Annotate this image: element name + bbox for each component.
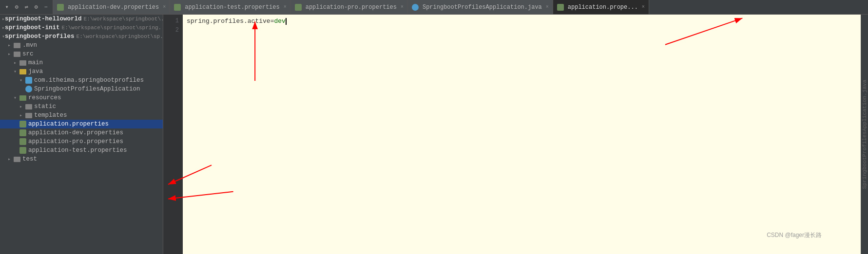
- folder-icon: [14, 43, 20, 48]
- folder-icon: [14, 52, 20, 57]
- tab-close-icon[interactable]: ×: [642, 4, 645, 10]
- project-name: springboot-init: [5, 24, 60, 31]
- props-icon: [19, 129, 26, 136]
- sidebar-item-main[interactable]: ▸ main: [0, 58, 163, 67]
- project-path: E:\workspace\springboot\spring...: [62, 25, 163, 31]
- sidebar-item-test[interactable]: ▸ test: [0, 155, 163, 163]
- gear-icon[interactable]: ⚙: [32, 3, 40, 11]
- code-editor[interactable]: spring.profiles.active=dev: [183, 15, 861, 254]
- line-numbers: 1 2: [163, 15, 183, 254]
- toolbar-icons: ▾ ⚙ ⇌ ⚙ −: [0, 0, 53, 14]
- chevron-icon: ▾: [14, 95, 19, 101]
- sidebar-item-label: main: [28, 59, 43, 66]
- tab-close-icon[interactable]: ×: [546, 4, 549, 10]
- tab-file-icon: [57, 4, 64, 11]
- right-panel: SpringbootProfilesApplication.java: [861, 15, 868, 254]
- project-path: E:\workspace\springboot\...: [84, 16, 163, 22]
- sidebar-item-src[interactable]: ▸ src: [0, 50, 163, 58]
- folder-icon: [25, 104, 32, 109]
- sidebar: ▸ springboot-helloworld E:\workspace\spr…: [0, 15, 163, 254]
- minimize-icon[interactable]: −: [42, 3, 50, 11]
- line-number: 2: [163, 26, 179, 35]
- sidebar-item-application-properties[interactable]: application.properties: [0, 120, 163, 128]
- tab-app-dev-properties[interactable]: application-dev.properties ×: [53, 0, 170, 14]
- csdn-watermark: CSDN @fager漫长路: [767, 231, 822, 239]
- sidebar-item-label: application-pro.properties: [28, 138, 123, 145]
- sidebar-item-label: test: [22, 156, 37, 163]
- chevron-icon: ▸: [8, 42, 14, 48]
- tab-file-icon: [174, 4, 181, 11]
- chevron-icon: ▾: [19, 77, 25, 83]
- tab-close-icon[interactable]: ×: [284, 4, 287, 10]
- sidebar-item-label: application-dev.properties: [28, 129, 123, 136]
- sidebar-item-mvn[interactable]: ▸ .mvn: [0, 41, 163, 50]
- sidebar-item-app-dev-properties[interactable]: application-dev.properties: [0, 128, 163, 137]
- tab-label: application.prope...: [568, 4, 638, 11]
- props-icon: [19, 121, 26, 127]
- tab-app-properties-active[interactable]: application.prope... ×: [553, 0, 649, 14]
- sidebar-item-label: src: [22, 51, 34, 57]
- editor-area: 1 2 spring.profiles.active=dev: [163, 15, 861, 254]
- sidebar-item-app-pro-properties[interactable]: application-pro.properties: [0, 137, 163, 146]
- props-icon: [19, 147, 26, 154]
- tab-app-pro-properties[interactable]: application-pro.properties ×: [291, 0, 408, 14]
- project-springboot-helloworld[interactable]: ▸ springboot-helloworld E:\workspace\spr…: [0, 15, 163, 23]
- line-number: 1: [163, 17, 179, 26]
- java-class-icon: [25, 86, 32, 92]
- chevron-icon: ▾: [14, 69, 19, 74]
- tab-label: application-dev.properties: [68, 4, 159, 11]
- sidebar-item-templates[interactable]: ▸ templates: [0, 111, 163, 120]
- sidebar-item-label: application-test.properties: [28, 147, 127, 154]
- project-tree: ▸ springboot-helloworld E:\workspace\spr…: [0, 15, 163, 163]
- sidebar-item-label: java: [28, 68, 43, 75]
- tab-close-icon[interactable]: ×: [163, 4, 166, 10]
- chevron-icon: ▸: [14, 60, 19, 66]
- tab-close-icon[interactable]: ×: [401, 4, 404, 10]
- resources-icon: [19, 95, 26, 101]
- right-panel-text: SpringbootProfilesApplication.java: [862, 80, 868, 189]
- sidebar-item-label: templates: [34, 112, 67, 119]
- project-springboot-init[interactable]: ▸ springboot-init E:\workspace\springboo…: [0, 23, 163, 32]
- tab-label: SpringbootProfilesApplication.java: [423, 4, 542, 11]
- project-name: springboot-profiles: [5, 33, 75, 40]
- sidebar-item-springbootapp[interactable]: SpringbootProfilesApplication: [0, 85, 163, 93]
- tab-file-icon: [412, 4, 419, 11]
- chevron-icon: ▸: [8, 156, 14, 162]
- tab-app-test-properties[interactable]: application-test.properties ×: [170, 0, 290, 14]
- project-path: E:\workspace\springboot\sp...: [77, 34, 163, 39]
- chevron-icon: ▸: [8, 51, 14, 57]
- main-area: ▸ springboot-helloworld E:\workspace\spr…: [0, 15, 868, 254]
- editor-content[interactable]: 1 2 spring.profiles.active=dev: [163, 15, 861, 254]
- sidebar-item-resources[interactable]: ▾ resources: [0, 93, 163, 102]
- dropdown-icon[interactable]: ▾: [3, 3, 11, 11]
- tab-springboot-application[interactable]: SpringbootProfilesApplication.java ×: [408, 0, 553, 14]
- sidebar-item-app-test-properties[interactable]: application-test.properties: [0, 146, 163, 155]
- code-line-2: [187, 27, 857, 37]
- props-icon: [19, 138, 26, 145]
- sidebar-item-java[interactable]: ▾ java: [0, 67, 163, 76]
- sidebar-item-label: static: [34, 103, 56, 110]
- project-name: springboot-helloworld: [5, 16, 82, 22]
- code-line-1: spring.profiles.active=dev: [187, 17, 857, 27]
- sidebar-item-static[interactable]: ▸ static: [0, 102, 163, 111]
- sidebar-item-label: resources: [28, 94, 61, 101]
- sidebar-item-label: .mvn: [22, 42, 37, 49]
- code-text: [187, 27, 191, 37]
- project-springboot-profiles[interactable]: ▾ springboot-profiles E:\workspace\sprin…: [0, 32, 163, 41]
- package-icon: [25, 77, 32, 84]
- sidebar-item-label: com.itheima.springbootprofiles: [34, 77, 144, 84]
- split-icon[interactable]: ⇌: [22, 3, 30, 11]
- folder-icon: [14, 157, 20, 162]
- code-text: spring.profiles.active=dev: [187, 17, 287, 27]
- folder-icon: [19, 69, 26, 74]
- tab-file-icon: [557, 4, 564, 11]
- tab-label: application-test.properties: [185, 4, 279, 11]
- chevron-icon: ▸: [19, 104, 25, 109]
- tab-file-icon: [295, 4, 302, 11]
- sidebar-item-label: application.properties: [28, 121, 109, 127]
- folder-icon: [25, 113, 32, 118]
- tab-bar: ▾ ⚙ ⇌ ⚙ − application-dev.properties × a…: [0, 0, 868, 15]
- tab-label: application-pro.properties: [306, 4, 397, 11]
- sidebar-item-package[interactable]: ▾ com.itheima.springbootprofiles: [0, 76, 163, 85]
- settings-icon[interactable]: ⚙: [13, 3, 20, 11]
